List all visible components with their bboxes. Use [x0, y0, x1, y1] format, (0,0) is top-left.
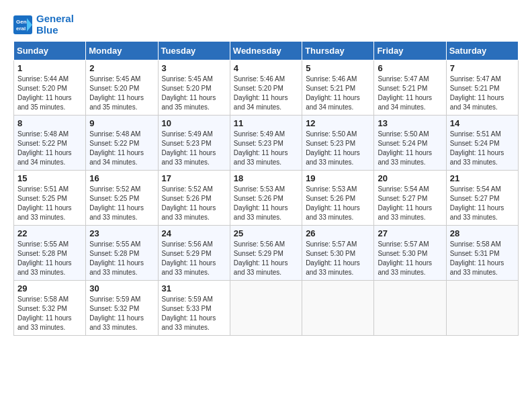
- day-number: 28: [450, 228, 515, 238]
- calendar-cell: 2Sunrise: 5:45 AM Sunset: 5:20 PM Daylig…: [86, 60, 158, 116]
- day-info: Sunrise: 5:54 AM Sunset: 5:27 PM Dayligh…: [450, 185, 515, 222]
- day-number: 15: [17, 173, 82, 183]
- day-number: 6: [378, 63, 442, 73]
- calendar-week-row: 8Sunrise: 5:48 AM Sunset: 5:22 PM Daylig…: [14, 116, 519, 171]
- calendar-cell: 16Sunrise: 5:52 AM Sunset: 5:25 PM Dayli…: [86, 171, 158, 226]
- calendar-cell: 7Sunrise: 5:47 AM Sunset: 5:21 PM Daylig…: [446, 60, 518, 116]
- calendar-week-row: 22Sunrise: 5:55 AM Sunset: 5:28 PM Dayli…: [14, 226, 519, 281]
- day-number: 17: [162, 173, 226, 183]
- weekday-header: Tuesday: [158, 42, 230, 60]
- day-info: Sunrise: 5:51 AM Sunset: 5:25 PM Dayligh…: [17, 185, 82, 222]
- weekday-header: Friday: [374, 42, 446, 60]
- day-number: 20: [378, 173, 442, 183]
- calendar-cell: 13Sunrise: 5:50 AM Sunset: 5:24 PM Dayli…: [374, 116, 446, 171]
- page-container: Gen eral General Blue SundayMondayTuesda…: [13, 13, 519, 336]
- day-number: 4: [234, 63, 298, 73]
- weekday-header: Monday: [86, 42, 158, 60]
- day-info: Sunrise: 5:52 AM Sunset: 5:26 PM Dayligh…: [162, 185, 226, 222]
- calendar-table: SundayMondayTuesdayWednesdayThursdayFrid…: [13, 41, 519, 336]
- day-info: Sunrise: 5:51 AM Sunset: 5:24 PM Dayligh…: [450, 130, 515, 167]
- calendar-cell: 22Sunrise: 5:55 AM Sunset: 5:28 PM Dayli…: [14, 226, 86, 281]
- calendar-cell: [446, 281, 518, 336]
- day-number: 26: [306, 228, 370, 238]
- calendar-cell: 24Sunrise: 5:56 AM Sunset: 5:29 PM Dayli…: [158, 226, 230, 281]
- day-number: 10: [162, 118, 226, 128]
- calendar-cell: 28Sunrise: 5:58 AM Sunset: 5:31 PM Dayli…: [446, 226, 518, 281]
- calendar-cell: 1Sunrise: 5:44 AM Sunset: 5:20 PM Daylig…: [14, 60, 86, 116]
- day-number: 7: [450, 63, 515, 73]
- calendar-cell: 21Sunrise: 5:54 AM Sunset: 5:27 PM Dayli…: [446, 171, 518, 226]
- day-info: Sunrise: 5:59 AM Sunset: 5:33 PM Dayligh…: [162, 295, 226, 332]
- day-number: 18: [234, 173, 298, 183]
- header: Gen eral General Blue: [13, 13, 519, 36]
- calendar-cell: 9Sunrise: 5:48 AM Sunset: 5:22 PM Daylig…: [86, 116, 158, 171]
- calendar-cell: 8Sunrise: 5:48 AM Sunset: 5:22 PM Daylig…: [14, 116, 86, 171]
- calendar-week-row: 1Sunrise: 5:44 AM Sunset: 5:20 PM Daylig…: [14, 60, 519, 116]
- day-number: 9: [89, 118, 154, 128]
- day-info: Sunrise: 5:45 AM Sunset: 5:20 PM Dayligh…: [162, 75, 226, 112]
- calendar-cell: 17Sunrise: 5:52 AM Sunset: 5:26 PM Dayli…: [158, 171, 230, 226]
- day-number: 30: [89, 283, 154, 293]
- day-info: Sunrise: 5:58 AM Sunset: 5:31 PM Dayligh…: [450, 240, 515, 277]
- day-number: 14: [450, 118, 515, 128]
- day-info: Sunrise: 5:57 AM Sunset: 5:30 PM Dayligh…: [306, 240, 370, 277]
- calendar-cell: 18Sunrise: 5:53 AM Sunset: 5:26 PM Dayli…: [230, 171, 302, 226]
- day-info: Sunrise: 5:52 AM Sunset: 5:25 PM Dayligh…: [89, 185, 154, 222]
- weekday-header: Wednesday: [230, 42, 302, 60]
- day-info: Sunrise: 5:56 AM Sunset: 5:29 PM Dayligh…: [234, 240, 298, 277]
- calendar-week-row: 15Sunrise: 5:51 AM Sunset: 5:25 PM Dayli…: [14, 171, 519, 226]
- calendar-cell: 3Sunrise: 5:45 AM Sunset: 5:20 PM Daylig…: [158, 60, 230, 116]
- day-number: 22: [17, 228, 82, 238]
- day-number: 12: [306, 118, 370, 128]
- day-number: 25: [234, 228, 298, 238]
- logo-text: General Blue: [36, 13, 74, 36]
- day-info: Sunrise: 5:48 AM Sunset: 5:22 PM Dayligh…: [89, 130, 154, 167]
- day-info: Sunrise: 5:53 AM Sunset: 5:26 PM Dayligh…: [306, 185, 370, 222]
- logo-icon: Gen eral: [13, 15, 34, 34]
- day-number: 19: [306, 173, 370, 183]
- calendar-cell: 6Sunrise: 5:47 AM Sunset: 5:21 PM Daylig…: [374, 60, 446, 116]
- day-info: Sunrise: 5:54 AM Sunset: 5:27 PM Dayligh…: [378, 185, 442, 222]
- day-number: 1: [17, 63, 82, 73]
- day-number: 24: [162, 228, 226, 238]
- day-info: Sunrise: 5:46 AM Sunset: 5:21 PM Dayligh…: [306, 75, 370, 112]
- calendar-cell: 25Sunrise: 5:56 AM Sunset: 5:29 PM Dayli…: [230, 226, 302, 281]
- calendar-cell: 14Sunrise: 5:51 AM Sunset: 5:24 PM Dayli…: [446, 116, 518, 171]
- day-info: Sunrise: 5:49 AM Sunset: 5:23 PM Dayligh…: [234, 130, 298, 167]
- calendar-cell: 27Sunrise: 5:57 AM Sunset: 5:30 PM Dayli…: [374, 226, 446, 281]
- calendar-header-row: SundayMondayTuesdayWednesdayThursdayFrid…: [14, 42, 519, 60]
- day-number: 31: [162, 283, 226, 293]
- day-info: Sunrise: 5:49 AM Sunset: 5:23 PM Dayligh…: [162, 130, 226, 167]
- day-number: 21: [450, 173, 515, 183]
- calendar-cell: [374, 281, 446, 336]
- day-info: Sunrise: 5:59 AM Sunset: 5:32 PM Dayligh…: [89, 295, 154, 332]
- weekday-header: Thursday: [302, 42, 374, 60]
- day-number: 29: [17, 283, 82, 293]
- day-info: Sunrise: 5:46 AM Sunset: 5:20 PM Dayligh…: [234, 75, 298, 112]
- day-number: 13: [378, 118, 442, 128]
- calendar-cell: 10Sunrise: 5:49 AM Sunset: 5:23 PM Dayli…: [158, 116, 230, 171]
- day-info: Sunrise: 5:48 AM Sunset: 5:22 PM Dayligh…: [17, 130, 82, 167]
- calendar-cell: 29Sunrise: 5:58 AM Sunset: 5:32 PM Dayli…: [14, 281, 86, 336]
- day-info: Sunrise: 5:47 AM Sunset: 5:21 PM Dayligh…: [450, 75, 515, 112]
- weekday-header: Sunday: [14, 42, 86, 60]
- calendar-cell: 31Sunrise: 5:59 AM Sunset: 5:33 PM Dayli…: [158, 281, 230, 336]
- day-number: 3: [162, 63, 226, 73]
- calendar-cell: 19Sunrise: 5:53 AM Sunset: 5:26 PM Dayli…: [302, 171, 374, 226]
- calendar-cell: 30Sunrise: 5:59 AM Sunset: 5:32 PM Dayli…: [86, 281, 158, 336]
- day-number: 8: [17, 118, 82, 128]
- day-info: Sunrise: 5:50 AM Sunset: 5:24 PM Dayligh…: [378, 130, 442, 167]
- calendar-cell: 26Sunrise: 5:57 AM Sunset: 5:30 PM Dayli…: [302, 226, 374, 281]
- calendar-week-row: 29Sunrise: 5:58 AM Sunset: 5:32 PM Dayli…: [14, 281, 519, 336]
- day-info: Sunrise: 5:44 AM Sunset: 5:20 PM Dayligh…: [17, 75, 82, 112]
- calendar-cell: [302, 281, 374, 336]
- calendar-cell: 23Sunrise: 5:55 AM Sunset: 5:28 PM Dayli…: [86, 226, 158, 281]
- day-info: Sunrise: 5:45 AM Sunset: 5:20 PM Dayligh…: [89, 75, 154, 112]
- svg-text:Gen: Gen: [16, 19, 27, 25]
- day-number: 2: [89, 63, 154, 73]
- calendar-cell: [230, 281, 302, 336]
- day-info: Sunrise: 5:47 AM Sunset: 5:21 PM Dayligh…: [378, 75, 442, 112]
- calendar-cell: 12Sunrise: 5:50 AM Sunset: 5:23 PM Dayli…: [302, 116, 374, 171]
- calendar-cell: 5Sunrise: 5:46 AM Sunset: 5:21 PM Daylig…: [302, 60, 374, 116]
- day-info: Sunrise: 5:58 AM Sunset: 5:32 PM Dayligh…: [17, 295, 82, 332]
